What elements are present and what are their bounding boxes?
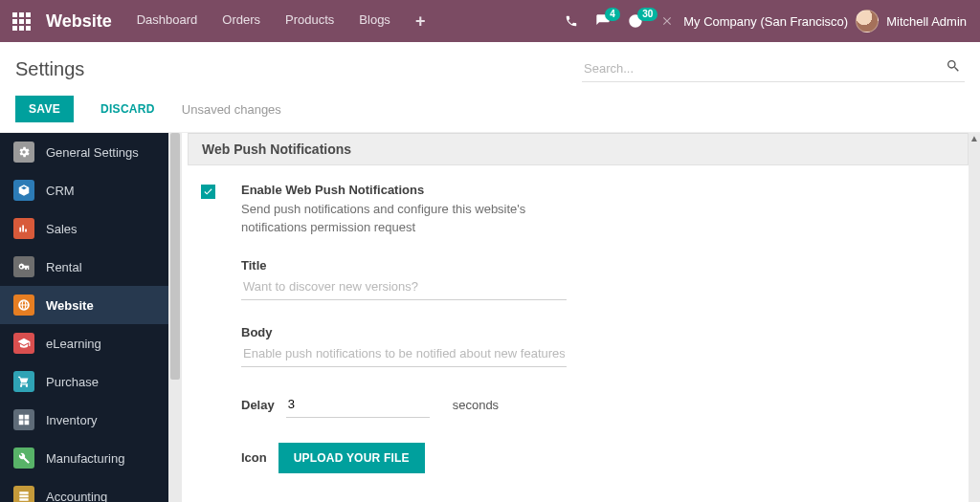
sidebar-scrollbar-thumb[interactable] <box>170 133 180 380</box>
systray: 4 30 <box>565 13 674 29</box>
push-title-input[interactable] <box>241 274 567 300</box>
sidebar-item-sales[interactable]: Sales <box>0 209 168 248</box>
phone-icon[interactable] <box>565 14 578 28</box>
sidebar-item-label: Purchase <box>46 375 99 389</box>
messages-badge: 4 <box>605 8 620 21</box>
icon-label: Icon <box>241 450 267 465</box>
user-menu[interactable]: Mitchell Admin <box>856 10 967 33</box>
graduation-cap-icon <box>13 333 34 354</box>
sidebar-item-label: Rental <box>46 260 82 274</box>
wrench-icon <box>13 447 34 469</box>
user-name: Mitchell Admin <box>886 14 967 29</box>
sidebar-item-elearning[interactable]: eLearning <box>0 324 168 362</box>
nav-blogs[interactable]: Blogs <box>359 12 390 30</box>
body-label: Body <box>241 325 605 339</box>
delay-label: Delay <box>241 398 275 412</box>
sidebar-item-label: Manufacturing <box>46 451 124 466</box>
app-brand[interactable]: Website <box>46 11 112 32</box>
sidebar-item-inventory[interactable]: Inventory <box>0 401 168 439</box>
main-area: General Settings CRM Sales Rental Websit… <box>0 133 980 502</box>
sidebar-item-label: eLearning <box>46 337 101 351</box>
sidebar-item-crm[interactable]: CRM <box>0 171 168 209</box>
sidebar-item-label: Accounting <box>46 490 107 503</box>
ledger-icon <box>13 486 34 502</box>
nav-new-content-button[interactable]: + <box>415 12 426 30</box>
handshake-icon <box>13 180 34 201</box>
key-icon <box>13 256 34 277</box>
sidebar-item-label: Sales <box>46 222 78 236</box>
sidebar-scrollbar[interactable] <box>168 133 182 502</box>
sidebar-item-general[interactable]: General Settings <box>0 133 168 171</box>
push-body-input[interactable] <box>241 341 567 367</box>
push-delay-input[interactable] <box>286 392 430 418</box>
save-button[interactable]: SAVE <box>15 96 74 122</box>
upload-icon-button[interactable]: UPLOAD YOUR FILE <box>278 443 425 473</box>
content-scrollbar[interactable]: ▲ <box>969 133 980 502</box>
option-description: Send push notifications and configure th… <box>241 201 567 237</box>
sidebar-item-label: General Settings <box>46 145 139 160</box>
settings-content: Web Push Notifications Enable Web Push N… <box>182 133 980 502</box>
sidebar-item-website[interactable]: Website <box>0 286 168 324</box>
control-panel: Settings SAVE DISCARD Unsaved changes <box>0 42 980 133</box>
activities-badge: 30 <box>637 8 657 21</box>
check-icon <box>203 186 213 197</box>
cart-icon <box>13 371 34 392</box>
scroll-up-arrow-icon[interactable]: ▲ <box>969 133 980 143</box>
sidebar-wrap: General Settings CRM Sales Rental Websit… <box>0 133 182 502</box>
enable-push-checkbox[interactable] <box>201 185 215 199</box>
apps-grid-icon <box>12 12 31 31</box>
nav-dashboard[interactable]: Dashboard <box>137 12 198 30</box>
debug-icon[interactable] <box>660 14 674 28</box>
search-box <box>582 55 965 82</box>
settings-sidebar: General Settings CRM Sales Rental Websit… <box>0 133 168 502</box>
sidebar-item-purchase[interactable]: Purchase <box>0 362 168 401</box>
messages-icon[interactable]: 4 <box>595 13 611 29</box>
boxes-icon <box>13 409 34 430</box>
web-push-panel: Web Push Notifications Enable Web Push N… <box>188 133 969 479</box>
sidebar-item-accounting[interactable]: Accounting <box>0 477 168 502</box>
unsaved-status: Unsaved changes <box>182 102 281 117</box>
sidebar-item-rental[interactable]: Rental <box>0 248 168 286</box>
avatar <box>856 10 879 33</box>
page-title: Settings <box>15 58 84 80</box>
option-title: Enable Web Push Notifications <box>241 183 605 197</box>
title-label: Title <box>241 258 605 273</box>
search-icon[interactable] <box>946 58 961 76</box>
sidebar-item-label: Website <box>46 298 94 313</box>
sidebar-item-label: CRM <box>46 184 75 198</box>
panel-header: Web Push Notifications <box>188 133 969 165</box>
nav-products[interactable]: Products <box>285 12 334 30</box>
apps-menu-button[interactable] <box>0 0 42 42</box>
company-switcher[interactable]: My Company (San Francisco) <box>683 14 848 29</box>
globe-icon <box>13 295 34 316</box>
nav-orders[interactable]: Orders <box>222 12 260 30</box>
delay-suffix: seconds <box>453 398 499 412</box>
search-input[interactable] <box>582 55 965 82</box>
top-nav: Dashboard Orders Products Blogs + <box>137 12 426 30</box>
bar-chart-icon <box>13 218 34 239</box>
sidebar-item-manufacturing[interactable]: Manufacturing <box>0 439 168 477</box>
sidebar-item-label: Inventory <box>46 413 97 427</box>
gear-icon <box>13 142 34 163</box>
activities-icon[interactable]: 30 <box>628 13 643 29</box>
discard-button[interactable]: DISCARD <box>87 96 168 122</box>
topbar: Website Dashboard Orders Products Blogs … <box>0 0 980 42</box>
